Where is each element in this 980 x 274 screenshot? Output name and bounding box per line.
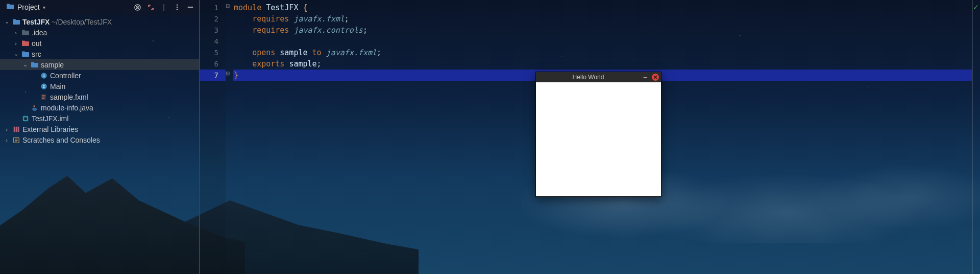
project-tree[interactable]: ⌄ TestJFX ~/Desktop/TestJFX › .idea › — [0, 14, 199, 274]
code-line[interactable]: opens sample to javafx.fxml; — [233, 47, 972, 58]
svg-point-4 — [137, 7, 138, 8]
svg-rect-12 — [22, 30, 25, 31]
folder-icon — [21, 39, 30, 48]
tool-divider: | — [158, 2, 169, 13]
inspection-ok-icon[interactable]: ✓ — [973, 3, 979, 11]
tree-node-label: src — [32, 50, 41, 58]
class-icon: c — [40, 72, 48, 80]
minimize-button[interactable]: – — [641, 74, 650, 81]
app-window-titlebar[interactable]: Hello World – — [536, 72, 661, 82]
svg-rect-16 — [22, 51, 25, 53]
app-window-hello-world[interactable]: Hello World – — [535, 72, 662, 197]
code-line[interactable]: requires javafx.controls; — [233, 25, 972, 36]
project-icon — [6, 3, 14, 12]
tree-node-module-info[interactable]: module-info.java — [0, 102, 199, 113]
folder-icon — [21, 50, 30, 58]
svg-rect-25 — [42, 97, 45, 97]
tree-node-idea[interactable]: › .idea — [0, 27, 199, 38]
tree-node-iml[interactable]: TestJFX.iml — [0, 113, 199, 124]
inspection-gutter[interactable]: ✓ — [972, 0, 980, 274]
svg-rect-32 — [16, 126, 17, 132]
splitter[interactable] — [199, 0, 200, 274]
collapse-arrow-icon[interactable]: › — [3, 137, 10, 143]
code-line[interactable]: exports sample; — [233, 58, 972, 70]
svg-rect-31 — [14, 126, 15, 132]
tree-root[interactable]: ⌄ TestJFX ~/Desktop/TestJFX — [0, 16, 199, 27]
svg-rect-30 — [24, 117, 27, 120]
tree-node-label: TestJFX.iml — [32, 115, 68, 123]
fold-end-icon[interactable]: ⊟ — [226, 71, 230, 76]
code-line[interactable]: requires javafx.fxml; — [233, 13, 972, 25]
tree-node-label: module-info.java — [41, 104, 93, 112]
tree-node-label: sample — [41, 61, 64, 69]
target-icon[interactable] — [132, 2, 143, 13]
line-number[interactable]: 6 — [199, 58, 226, 70]
more-icon[interactable] — [172, 2, 183, 13]
fold-start-icon[interactable]: ⊟ — [226, 3, 230, 9]
svg-rect-8 — [188, 7, 193, 8]
expand-arrow-icon[interactable]: ⌄ — [12, 51, 19, 57]
svg-rect-36 — [15, 140, 17, 141]
svg-rect-26 — [42, 98, 44, 98]
line-number[interactable]: 2 — [199, 13, 226, 25]
scratches-icon — [12, 136, 20, 144]
tree-node-sample-fxml[interactable]: sample.fxml — [0, 92, 199, 102]
tree-node-out[interactable]: › out — [0, 38, 199, 49]
tree-node-src[interactable]: ⌄ src — [0, 49, 199, 59]
svg-rect-24 — [42, 95, 45, 96]
svg-point-6 — [177, 7, 178, 8]
project-tool-header: Project ▾ | — [0, 0, 199, 14]
svg-rect-37 — [15, 141, 17, 142]
tree-node-main[interactable]: c Main — [0, 81, 199, 92]
app-window-content[interactable] — [536, 82, 661, 196]
svg-text:c: c — [43, 73, 45, 78]
collapse-arrow-icon[interactable]: › — [12, 30, 19, 36]
collapse-arrow-icon[interactable]: › — [12, 40, 19, 47]
tree-node-external-libraries[interactable]: › External Libraries — [0, 124, 199, 134]
svg-text:c: c — [43, 84, 45, 89]
tree-root-label: TestJFX ~/Desktop/TestJFX — [22, 18, 112, 26]
folder-icon — [12, 18, 20, 26]
fold-gutter[interactable]: ⊟ ⊟ — [226, 0, 233, 274]
svg-rect-1 — [7, 4, 10, 5]
folder-icon — [21, 29, 30, 37]
tree-node-scratches[interactable]: › Scratches and Consoles — [0, 134, 199, 145]
tree-node-label: External Libraries — [22, 125, 78, 133]
hide-tool-window-icon[interactable] — [185, 2, 196, 13]
line-number[interactable]: 4 — [199, 36, 226, 47]
code-line[interactable] — [233, 36, 972, 47]
line-number[interactable]: 7 — [199, 70, 226, 81]
libraries-icon — [12, 125, 20, 133]
tree-node-label: Main — [50, 82, 65, 90]
svg-point-5 — [177, 4, 178, 5]
app-window-title: Hello World — [536, 74, 641, 81]
expand-arrow-icon[interactable]: ⌄ — [21, 61, 29, 68]
code-line[interactable]: module TestJFX { — [233, 2, 972, 13]
tree-node-label: .idea — [32, 29, 47, 37]
collapse-arrow-icon[interactable]: › — [3, 126, 10, 132]
package-icon — [31, 61, 39, 69]
close-button[interactable] — [652, 74, 659, 81]
java-file-icon — [31, 104, 39, 112]
tree-node-label: Controller — [50, 72, 81, 80]
tree-node-sample[interactable]: ⌄ sample — [0, 59, 199, 70]
line-number[interactable]: 3 — [199, 25, 226, 36]
svg-rect-18 — [31, 62, 34, 63]
line-number[interactable]: 5 — [199, 47, 226, 58]
project-view-label: Project — [17, 3, 40, 11]
class-icon: c — [40, 82, 48, 90]
project-view-selector[interactable]: Project ▾ — [3, 2, 48, 13]
fxml-file-icon — [40, 93, 48, 101]
svg-point-7 — [177, 9, 178, 10]
line-number-gutter[interactable]: 1 2 3 4 5 6 7 — [199, 0, 226, 274]
iml-file-icon — [21, 115, 30, 123]
expand-arrow-icon[interactable]: ⌄ — [3, 18, 10, 25]
collapse-all-icon[interactable] — [145, 2, 156, 13]
tree-node-label: Scratches and Consoles — [22, 136, 100, 144]
svg-rect-10 — [13, 19, 16, 20]
editor-area: 1 2 3 4 5 6 7 ⊟ ⊟ module TestJFX { requi… — [199, 0, 980, 274]
tree-node-label: sample.fxml — [50, 93, 88, 101]
line-number[interactable]: 1 — [199, 2, 226, 13]
tree-node-label: out — [32, 39, 41, 48]
tree-node-controller[interactable]: c Controller — [0, 70, 199, 81]
